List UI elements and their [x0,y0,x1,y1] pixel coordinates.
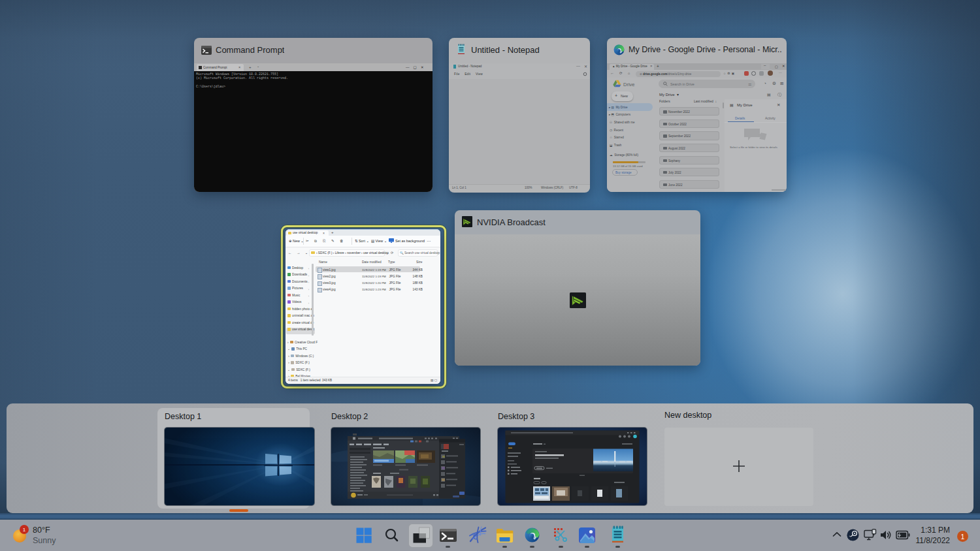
svg-text:1: 1 [23,527,26,533]
